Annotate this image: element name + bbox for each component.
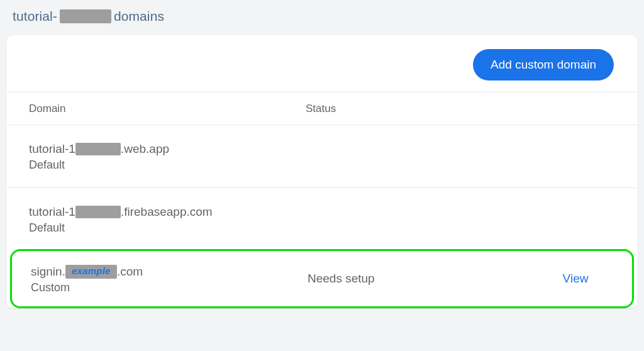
table-row: tutorial-1.web.app Default xyxy=(6,125,638,187)
col-header-domain: Domain xyxy=(29,103,306,115)
redacted-block: example xyxy=(65,265,117,279)
col-header-status: Status xyxy=(306,103,540,115)
domain-name: tutorial-1.web.app xyxy=(29,141,306,157)
redacted-label: example xyxy=(72,262,110,279)
redacted-block xyxy=(60,9,111,23)
domain-type: Custom xyxy=(31,281,308,294)
table-header: Domain Status xyxy=(6,92,638,125)
page-title: tutorial- domains xyxy=(13,9,638,24)
card-toolbar: Add custom domain xyxy=(6,49,638,92)
title-suffix: domains xyxy=(114,9,164,24)
domain-name: signin.example.com xyxy=(31,264,308,280)
table-row: tutorial-1.firebaseapp.com Default xyxy=(6,187,638,250)
table-row-highlighted: signin.example.com Custom Needs setup Vi… xyxy=(10,249,634,308)
redacted-block xyxy=(75,206,121,218)
domain-type: Default xyxy=(29,221,306,235)
add-custom-domain-button[interactable]: Add custom domain xyxy=(473,49,614,81)
domain-name: tutorial-1.firebaseapp.com xyxy=(29,204,306,220)
title-prefix: tutorial- xyxy=(13,9,57,24)
redacted-block xyxy=(75,143,121,155)
view-link[interactable]: View xyxy=(563,272,589,285)
domain-status: Needs setup xyxy=(308,272,375,285)
domain-type: Default xyxy=(29,159,306,172)
domains-card: Add custom domain Domain Status tutorial… xyxy=(6,35,638,308)
